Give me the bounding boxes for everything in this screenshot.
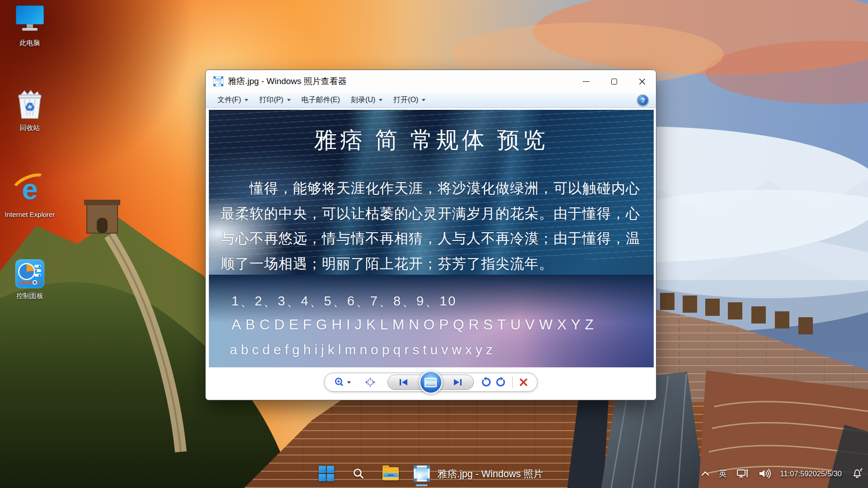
delete-x-icon: [519, 378, 528, 387]
slideshow-icon: [425, 378, 437, 387]
paragraph-line: 顺了一场相遇；明丽了陌上花开；芬芳了指尖流年。: [221, 251, 648, 277]
window-titlebar[interactable]: 雅痞.jpg - Windows 照片查看器: [206, 70, 656, 93]
preview-lowercase: abcdefghijklmnopqrstuvwxyz: [230, 342, 496, 357]
desktop-icon-label: 回收站: [3, 123, 57, 132]
preview-uppercase: ABCDEFGHIJKLMNOPQRSTUVWXYZ: [231, 316, 598, 333]
font-preview-image: 雅痞 简 常规体 预览 懂得，能够将天涯化作天涯，将沙漠化做绿洲，可以触碰内心 …: [209, 110, 654, 367]
paragraph-line: 与心不再悠远，情与情不再相猜，人与人不再冷漠；由于懂得，温: [221, 226, 648, 251]
toolbar-divider: [512, 376, 513, 388]
previous-button[interactable]: [399, 379, 408, 386]
close-icon: [639, 78, 646, 85]
menu-bar: 文件(F) 打印(P) 电子邮件(E) 刻录(U) 打开(O) ?: [206, 93, 656, 108]
menu-email[interactable]: 电子邮件(E): [296, 93, 345, 107]
chevron-down-icon: [287, 99, 291, 101]
photo-viewer-window: 雅痞.jpg - Windows 照片查看器 文件(F) 打印(P) 电子邮件(…: [205, 70, 656, 400]
system-tray: 英 11:07:59 2025/5/30: [700, 459, 864, 488]
tray-time: 11:07:59: [780, 469, 809, 478]
preview-title: 雅痞 简 常规体 预览: [209, 125, 654, 155]
menu-burn[interactable]: 刻录(U): [345, 93, 388, 107]
paragraph-line: 懂得，能够将天涯化作天涯，将沙漠化做绿洲，可以触碰内心: [221, 176, 648, 201]
question-mark-icon: ?: [641, 96, 645, 104]
preview-paragraph: 懂得，能够将天涯化作天涯，将沙漠化做绿洲，可以触碰内心 最柔软的中央，可以让枯萎…: [221, 176, 648, 276]
rotate-clockwise-icon: [496, 377, 507, 388]
network-button[interactable]: [735, 468, 750, 479]
navigation-capsule: [387, 375, 474, 390]
photo-viewer-app-icon: [213, 76, 223, 86]
next-button[interactable]: [453, 379, 462, 386]
svg-text:z: z: [861, 468, 863, 470]
desktop-icon-label: 此电脑: [3, 38, 57, 47]
windows-logo-icon: [319, 466, 334, 481]
running-app-indicator: [416, 484, 428, 486]
help-button[interactable]: ?: [637, 94, 649, 106]
chevron-down-icon: [379, 99, 382, 101]
network-ethernet-icon: [736, 468, 749, 479]
tray-date: 2025/5/30: [809, 469, 842, 478]
taskbar-center: 雅痞.jpg - Windows 照片: [316, 459, 675, 488]
rotate-counterclockwise-button[interactable]: [480, 377, 491, 388]
photo-viewer-app-icon: [414, 465, 430, 482]
menu-open[interactable]: 打开(O): [388, 93, 431, 107]
zoom-button[interactable]: [334, 377, 351, 388]
rotate-clockwise-button[interactable]: [496, 377, 507, 388]
taskbar-app-label: 雅痞.jpg - Windows 照片: [438, 467, 543, 480]
search-button[interactable]: [349, 464, 368, 483]
actual-size-button[interactable]: [365, 377, 376, 387]
chevron-down-icon: [347, 381, 351, 384]
play-slideshow-button[interactable]: [419, 371, 443, 394]
paragraph-line: 最柔软的中央，可以让枯萎的心灵开满岁月的花朵。由于懂得，心: [221, 201, 648, 226]
chevron-down-icon: [422, 99, 425, 101]
desktop-icon-label: 控制面板: [3, 291, 57, 300]
maximize-button[interactable]: [600, 70, 628, 93]
desktop-icon-internet-explorer[interactable]: e Internet Explorer: [3, 173, 57, 219]
desktop-icon-recycle-bin[interactable]: ♻ 回收站: [3, 89, 57, 132]
clock[interactable]: 11:07:59 2025/5/30: [779, 469, 843, 478]
actual-size-icon: [365, 377, 376, 387]
taskbar: 雅痞.jpg - Windows 照片 英: [0, 459, 868, 488]
search-icon: [352, 467, 365, 480]
bell-do-not-disturb-icon: z z: [851, 468, 863, 479]
next-icon: [453, 379, 462, 386]
desktop-icon-control-panel[interactable]: 控制面板: [3, 259, 57, 300]
svg-text:♻: ♻: [24, 100, 35, 114]
control-panel-icon: [15, 259, 44, 288]
delete-button[interactable]: [519, 378, 528, 387]
minimize-button[interactable]: [572, 70, 600, 93]
taskbar-photo-viewer-button[interactable]: 雅痞.jpg - Windows 照片: [413, 459, 675, 488]
hidden-icons-button[interactable]: [700, 471, 711, 476]
recycle-bin-icon: ♻: [15, 89, 44, 120]
viewer-toolbar-area: [206, 367, 656, 400]
this-pc-icon: [14, 5, 46, 35]
magnifier-plus-icon: [334, 377, 345, 388]
notifications-button[interactable]: z z: [850, 468, 864, 479]
maximize-icon: [611, 79, 617, 84]
preview-numbers: 1、2、3、4、5、6、7、8、9、10: [231, 292, 457, 310]
photo-display-area: 雅痞 简 常规体 预览 懂得，能够将天涯化作天涯，将沙漠化做绿洲，可以触碰内心 …: [206, 108, 656, 367]
menu-print[interactable]: 打印(P): [254, 93, 296, 107]
close-button[interactable]: [628, 70, 656, 93]
folder-icon: [382, 467, 399, 480]
viewer-toolbar: [324, 373, 538, 392]
window-title: 雅痞.jpg - Windows 照片查看器: [228, 75, 347, 87]
chevron-up-icon: [701, 471, 709, 476]
start-button[interactable]: [316, 464, 336, 483]
desktop-icon-this-pc[interactable]: 此电脑: [3, 5, 57, 47]
internet-explorer-icon: e: [12, 173, 47, 207]
menu-file[interactable]: 文件(F): [212, 93, 254, 107]
speaker-icon: [759, 468, 771, 479]
ime-indicator[interactable]: 英: [717, 468, 728, 479]
file-explorer-button[interactable]: [381, 464, 401, 483]
minimize-icon: [583, 81, 590, 82]
desktop-icon-label: Internet Explorer: [3, 210, 57, 219]
previous-icon: [399, 379, 408, 386]
rotate-counterclockwise-icon: [480, 377, 491, 388]
volume-button[interactable]: [757, 468, 772, 479]
chevron-down-icon: [245, 99, 248, 101]
